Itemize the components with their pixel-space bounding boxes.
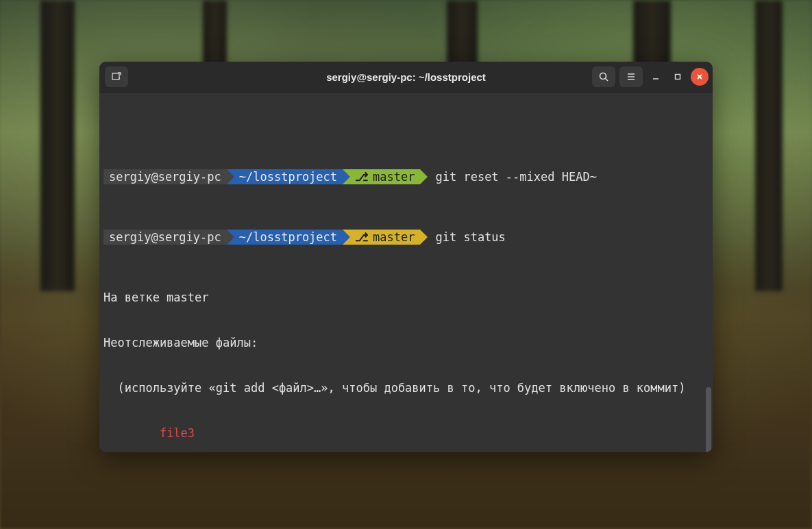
prompt-branch: ⎇master xyxy=(343,169,420,184)
output-line: (используйте «git add <файл>…», чтобы до… xyxy=(103,380,709,395)
new-tab-button[interactable] xyxy=(105,66,128,87)
search-button[interactable] xyxy=(592,66,615,87)
new-tab-icon xyxy=(111,71,122,82)
command-text: git status xyxy=(420,230,505,245)
prompt-branch-name: master xyxy=(373,230,415,245)
prompt-path: ~/losstproject xyxy=(227,230,343,245)
output-untracked-file: file3 xyxy=(103,426,709,441)
svg-rect-0 xyxy=(112,73,119,79)
prompt-branch-name: master xyxy=(373,169,415,184)
prompt-line-1: sergiy@sergiy-pc ~/losstproject ⎇master … xyxy=(103,169,709,184)
search-icon xyxy=(598,71,609,82)
terminal-window: sergiy@sergiy-pc: ~/losstproject sergiy@… xyxy=(99,62,713,452)
maximize-button[interactable] xyxy=(669,68,687,86)
prompt-branch: ⎇master xyxy=(343,230,420,245)
minimize-icon xyxy=(652,73,660,81)
svg-point-1 xyxy=(600,73,606,79)
titlebar[interactable]: sergiy@sergiy-pc: ~/losstproject xyxy=(99,62,713,93)
minimize-button[interactable] xyxy=(647,68,665,86)
prompt-line-2: sergiy@sergiy-pc ~/losstproject ⎇master … xyxy=(103,230,709,245)
menu-button[interactable] xyxy=(619,66,643,87)
prompt-host: sergiy@sergiy-pc xyxy=(103,169,227,184)
command-text: git reset --mixed HEAD~ xyxy=(420,169,596,184)
scrollbar-thumb[interactable] xyxy=(706,387,711,452)
svg-line-2 xyxy=(606,79,608,82)
svg-rect-7 xyxy=(676,75,680,79)
maximize-icon xyxy=(674,73,682,81)
close-button[interactable] xyxy=(691,68,709,86)
output-line: На ветке master xyxy=(103,290,709,305)
hamburger-icon xyxy=(626,71,637,82)
close-icon xyxy=(696,73,704,81)
prompt-host: sergiy@sergiy-pc xyxy=(103,230,227,245)
git-branch-icon: ⎇ xyxy=(355,230,369,245)
prompt-path: ~/losstproject xyxy=(227,169,343,184)
terminal-area[interactable]: sergiy@sergiy-pc ~/losstproject ⎇master … xyxy=(99,93,713,452)
git-branch-icon: ⎇ xyxy=(355,169,369,184)
output-line: Неотслеживаемые файлы: xyxy=(103,335,709,350)
